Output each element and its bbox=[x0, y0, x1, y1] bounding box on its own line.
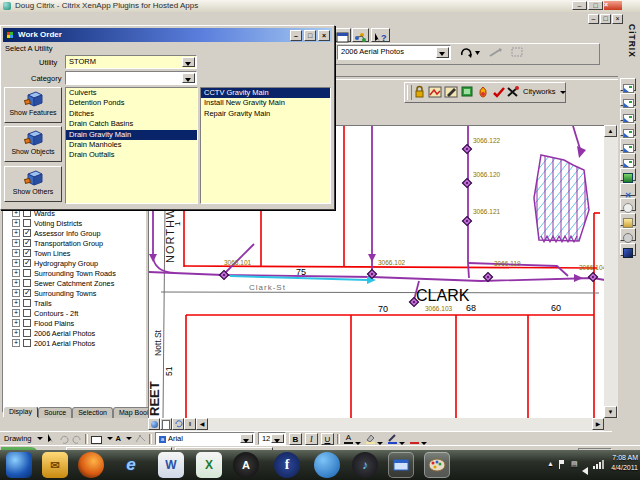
toc-item[interactable]: +Surrounding Towns bbox=[12, 288, 96, 298]
action-center-flag-icon[interactable] bbox=[559, 460, 565, 468]
toc-item[interactable]: +2001 Aerial Photos bbox=[12, 338, 95, 348]
toc-checkbox-8[interactable] bbox=[23, 279, 31, 287]
toc-item[interactable]: +Assessor Info Group bbox=[12, 228, 101, 238]
refresh-view-icon[interactable] bbox=[172, 418, 184, 430]
picture-redline-icon[interactable] bbox=[428, 85, 442, 99]
utility-combo[interactable]: STORM bbox=[65, 55, 197, 69]
export-map-icon[interactable] bbox=[620, 78, 636, 91]
export-map-icon[interactable] bbox=[620, 153, 636, 166]
expand-icon[interactable]: + bbox=[12, 239, 20, 247]
expand-icon[interactable]: + bbox=[12, 339, 20, 347]
outlook-icon[interactable]: ✉ bbox=[42, 452, 68, 478]
export-map-icon[interactable] bbox=[620, 138, 636, 151]
edit-page-icon[interactable] bbox=[620, 213, 636, 226]
clock[interactable]: 7:08 AM 4/4/2011 bbox=[602, 453, 638, 473]
toc-checkbox-1[interactable] bbox=[23, 209, 31, 217]
red-check-icon[interactable] bbox=[492, 85, 506, 99]
full-extent-icon[interactable] bbox=[620, 243, 636, 256]
toc-checkbox-6[interactable] bbox=[23, 259, 31, 267]
map-hscrollbar[interactable]: ‖ ◀ ▶ bbox=[148, 418, 604, 431]
list-item[interactable]: CCTV Gravity Main bbox=[201, 88, 330, 98]
padlock-icon[interactable] bbox=[413, 85, 426, 99]
toolbar-grip[interactable] bbox=[407, 85, 412, 100]
expand-icon[interactable]: + bbox=[12, 279, 20, 287]
app-minimize-button[interactable]: – bbox=[588, 14, 599, 24]
cityworks-menu-button[interactable]: Cityworks bbox=[523, 87, 556, 96]
select-arrow-icon[interactable] bbox=[46, 433, 56, 444]
map-vscrollbar[interactable]: ▲ ▼ bbox=[604, 125, 618, 418]
toc-checkbox-5[interactable] bbox=[23, 249, 31, 257]
expand-icon[interactable]: + bbox=[12, 209, 20, 217]
help-pointer-icon[interactable]: ? bbox=[371, 28, 390, 42]
tab-selection[interactable]: Selection bbox=[72, 407, 113, 418]
toc-checkbox-3[interactable] bbox=[23, 229, 31, 237]
toc-item[interactable]: +Hydrography Group bbox=[12, 258, 98, 268]
list-item[interactable]: Drain Outfalls bbox=[66, 150, 197, 160]
picture-edit-icon[interactable] bbox=[444, 85, 458, 99]
layout-view-icon[interactable] bbox=[160, 418, 172, 430]
expand-icon[interactable]: + bbox=[12, 229, 20, 237]
pan-page-icon[interactable] bbox=[620, 228, 636, 241]
expand-icon[interactable]: + bbox=[12, 319, 20, 327]
dialog-close-button[interactable]: × bbox=[318, 30, 330, 41]
app-close-button[interactable]: × bbox=[612, 14, 623, 24]
bold-button[interactable]: B bbox=[289, 433, 302, 445]
toc-checkbox-10[interactable] bbox=[23, 299, 31, 307]
expand-icon[interactable]: + bbox=[12, 309, 20, 317]
host-maximize-button[interactable]: □ bbox=[588, 1, 603, 10]
host-minimize-button[interactable]: – bbox=[572, 1, 587, 10]
messenger-icon[interactable] bbox=[314, 452, 340, 478]
line-color-button[interactable] bbox=[409, 433, 428, 445]
list-item[interactable]: Culverts bbox=[66, 88, 197, 98]
expand-icon[interactable]: + bbox=[12, 249, 20, 257]
firefox-icon[interactable] bbox=[78, 452, 104, 478]
chevron-down-icon[interactable] bbox=[436, 47, 449, 58]
scroll-left-icon[interactable]: ◀ bbox=[196, 418, 208, 430]
toc-checkbox-13[interactable] bbox=[23, 329, 31, 337]
font-color-button[interactable]: A bbox=[343, 433, 362, 445]
toc-item[interactable]: +Trails bbox=[12, 298, 52, 308]
torch-icon[interactable] bbox=[476, 85, 490, 99]
chevron-down-icon[interactable] bbox=[271, 434, 284, 443]
host-close-button[interactable]: × bbox=[604, 1, 622, 10]
toc-item[interactable]: +Town Lines bbox=[12, 248, 71, 258]
text-tool-icon[interactable]: A bbox=[116, 434, 121, 443]
show-objects-button[interactable]: Show Objects bbox=[4, 126, 62, 162]
category-combo[interactable] bbox=[65, 71, 197, 85]
tab-source[interactable]: Source bbox=[38, 407, 72, 418]
chevron-down-icon[interactable] bbox=[182, 57, 195, 67]
chevron-down-icon[interactable] bbox=[182, 73, 195, 83]
underline-button[interactable]: U bbox=[321, 433, 334, 445]
export-map-icon[interactable] bbox=[620, 123, 636, 136]
expand-icon[interactable]: + bbox=[12, 329, 20, 337]
scroll-down-icon[interactable]: ▼ bbox=[604, 406, 617, 418]
green-monitor-icon[interactable] bbox=[460, 85, 474, 99]
toc-checkbox-11[interactable] bbox=[23, 309, 31, 317]
zoom-page-icon[interactable] bbox=[620, 198, 636, 211]
list-item[interactable]: Ditches bbox=[66, 109, 197, 119]
expand-icon[interactable]: + bbox=[12, 259, 20, 267]
tab-display[interactable]: Display bbox=[3, 406, 38, 417]
speaker-icon[interactable] bbox=[582, 461, 588, 479]
list-item[interactable]: Drain Manholes bbox=[66, 140, 197, 150]
app-restore-button[interactable]: □ bbox=[600, 14, 611, 24]
new-viewer-window-icon[interactable] bbox=[334, 28, 351, 42]
toc-item[interactable]: +Transportation Group bbox=[12, 238, 103, 248]
expand-icon[interactable]: + bbox=[12, 269, 20, 277]
font-size-combo[interactable]: 12 bbox=[258, 432, 286, 445]
dialog-maximize-button[interactable]: □ bbox=[304, 30, 316, 41]
scroll-right-icon[interactable]: ▶ bbox=[592, 418, 604, 430]
scroll-up-icon[interactable]: ▲ bbox=[604, 125, 617, 137]
expand-icon[interactable]: + bbox=[12, 219, 20, 227]
windows-start-orb[interactable] bbox=[6, 452, 32, 478]
list-item[interactable]: Drain Catch Basins bbox=[66, 119, 197, 129]
cutter-icon[interactable] bbox=[506, 85, 520, 99]
paint-palette-icon[interactable] bbox=[424, 452, 450, 478]
export-map-icon[interactable] bbox=[620, 108, 636, 121]
expand-icon[interactable]: + bbox=[12, 289, 20, 297]
toc-item[interactable]: +Contours - 2ft bbox=[12, 308, 78, 318]
chevron-down-icon[interactable] bbox=[240, 434, 253, 443]
pause-drawing-icon[interactable]: ‖ bbox=[184, 418, 196, 430]
italic-button[interactable]: I bbox=[305, 433, 318, 445]
basemap-combo[interactable]: 2006 Aerial Photos bbox=[337, 45, 451, 60]
